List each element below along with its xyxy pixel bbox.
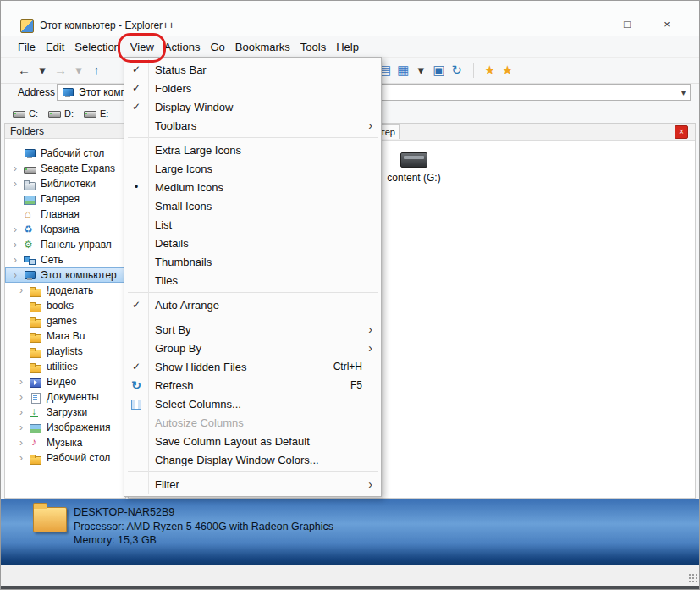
- manage-bookmarks-star-button[interactable]: ★: [502, 63, 514, 77]
- menu-item-label: Tiles: [155, 274, 178, 287]
- folder-icon: [30, 301, 42, 312]
- display-window-toggle-button[interactable]: ▣: [433, 63, 444, 77]
- menu-item[interactable]: ↻ Refresh F5: [124, 376, 381, 394]
- expander-icon[interactable]: [19, 452, 30, 464]
- menu-item[interactable]: Select Columns...: [124, 394, 381, 413]
- expander-icon[interactable]: [14, 163, 24, 174]
- menu-item[interactable]: Tiles: [124, 271, 381, 289]
- menubar-item-label: Selection: [74, 41, 119, 53]
- expander-icon[interactable]: [19, 422, 30, 433]
- forward-dropdown-button[interactable]: ▾: [73, 63, 85, 77]
- menu-item[interactable]: ✓ Show Hidden Files Ctrl+H: [124, 357, 381, 376]
- menu-item[interactable]: Autosize Columns: [124, 413, 381, 432]
- expander-icon[interactable]: [14, 239, 24, 251]
- tree-item[interactable]: Рабочий стол: [5, 146, 125, 161]
- minimize-button[interactable]: –: [570, 18, 596, 30]
- expander-icon[interactable]: [14, 223, 24, 235]
- expander-icon[interactable]: [19, 376, 30, 388]
- tree-item[interactable]: Изображения: [5, 420, 125, 435]
- resize-grip[interactable]: [688, 573, 698, 583]
- menu-item[interactable]: Change Display Window Colors...: [124, 450, 381, 469]
- menu-item[interactable]: List: [124, 215, 381, 234]
- menubar-item[interactable]: Bookmarks: [231, 38, 295, 56]
- drive-button-label: C:: [29, 108, 38, 119]
- menubar-item[interactable]: Actions: [160, 38, 205, 56]
- menu-item[interactable]: • Medium Icons: [124, 178, 381, 196]
- expander-icon[interactable]: [19, 437, 30, 449]
- expander-icon[interactable]: [19, 406, 30, 418]
- drive-button[interactable]: E:: [84, 108, 108, 119]
- menu-item[interactable]: ✓ Status Bar: [124, 60, 381, 79]
- expander-icon[interactable]: [19, 284, 30, 296]
- tree-item[interactable]: books: [5, 298, 125, 313]
- menu-item[interactable]: Toolbars ›: [124, 116, 381, 135]
- drive-button[interactable]: C:: [13, 108, 38, 119]
- views-dropdown-button[interactable]: ▾: [415, 63, 427, 77]
- video-icon: [30, 377, 42, 388]
- menu-item[interactable]: Large Icons: [124, 159, 381, 178]
- address-dropdown-icon[interactable]: [681, 88, 686, 97]
- tree-item[interactable]: Seagate Expans: [5, 161, 125, 176]
- menubar-item-label: Help: [336, 41, 359, 53]
- tree-item[interactable]: Корзина: [5, 222, 125, 237]
- tree-item-label: Загрузки: [47, 406, 87, 418]
- menu-item-label: Thumbnails: [155, 256, 212, 268]
- forward-button[interactable]: →: [54, 63, 67, 77]
- menu-item[interactable]: Group By ›: [124, 339, 381, 357]
- back-button[interactable]: ←: [18, 63, 30, 77]
- tree-item[interactable]: Рабочий стол: [5, 450, 125, 466]
- submenu-arrow-icon: ›: [368, 477, 372, 491]
- tree-item[interactable]: playlists: [5, 344, 125, 359]
- columns-icon: [131, 400, 141, 410]
- folder-icon: [30, 453, 42, 464]
- menu-item[interactable]: Small Icons: [124, 196, 381, 215]
- views-button[interactable]: ▦: [397, 63, 409, 77]
- tree-item[interactable]: Загрузки: [5, 405, 125, 420]
- menubar-item[interactable]: Go: [206, 38, 229, 56]
- back-dropdown-button[interactable]: ▾: [36, 63, 48, 77]
- menubar-item[interactable]: Selection: [70, 38, 124, 56]
- menu-item[interactable]: ✓ Folders: [124, 79, 381, 97]
- tree-item[interactable]: Этот компьютер: [5, 267, 125, 283]
- expander-icon[interactable]: [14, 269, 24, 281]
- menu-item[interactable]: Filter ›: [124, 475, 381, 494]
- menu-item[interactable]: Thumbnails: [124, 252, 381, 271]
- expander-icon[interactable]: [14, 178, 24, 190]
- expander-icon[interactable]: [14, 254, 24, 266]
- tree-item[interactable]: !доделать: [5, 283, 125, 298]
- menubar-item-label: Go: [210, 41, 224, 53]
- tree-item[interactable]: utilities: [5, 359, 125, 374]
- tree-item[interactable]: Панель управл: [5, 237, 125, 252]
- up-button[interactable]: ↑: [91, 63, 102, 77]
- tree-item[interactable]: Главная: [5, 207, 125, 222]
- tree-item[interactable]: Музыка: [5, 435, 125, 450]
- menubar-item[interactable]: File: [14, 38, 40, 56]
- menubar-item[interactable]: Help: [332, 38, 363, 56]
- tree-item[interactable]: Mara Bu: [5, 328, 125, 344]
- add-bookmark-star-button[interactable]: ★: [484, 63, 496, 77]
- tree-item[interactable]: Сеть: [5, 252, 125, 267]
- menu-item[interactable]: Details: [124, 234, 381, 252]
- close-button[interactable]: ×: [654, 18, 680, 30]
- maximize-button[interactable]: □: [615, 18, 640, 30]
- menubar-item[interactable]: Tools: [296, 38, 330, 56]
- menu-item[interactable]: Save Column Layout as Default: [124, 432, 381, 450]
- tree-item[interactable]: Видео: [5, 374, 125, 389]
- menubar-item[interactable]: View: [126, 38, 158, 56]
- tab-close-button[interactable]: [675, 125, 688, 139]
- menu-item[interactable]: ✓ Auto Arrange: [124, 295, 381, 314]
- menu-item[interactable]: ✓ Display Window: [124, 97, 381, 116]
- tree-item-label: playlists: [47, 345, 83, 357]
- checkmark-icon: ✓: [124, 361, 148, 372]
- tree-item[interactable]: Библиотеки: [5, 176, 125, 191]
- tree-item[interactable]: Галерея: [5, 191, 125, 207]
- menubar-item[interactable]: Edit: [41, 38, 69, 56]
- expander-icon[interactable]: [19, 391, 30, 403]
- menu-item[interactable]: Sort By ›: [124, 320, 381, 339]
- menu-item[interactable]: Extra Large Icons: [124, 141, 381, 159]
- docs-icon: [30, 392, 42, 403]
- tree-item[interactable]: games: [5, 313, 125, 328]
- tree-item[interactable]: Документы: [5, 389, 125, 405]
- refresh-button[interactable]: ↻: [451, 63, 463, 77]
- drive-button[interactable]: D:: [48, 108, 74, 119]
